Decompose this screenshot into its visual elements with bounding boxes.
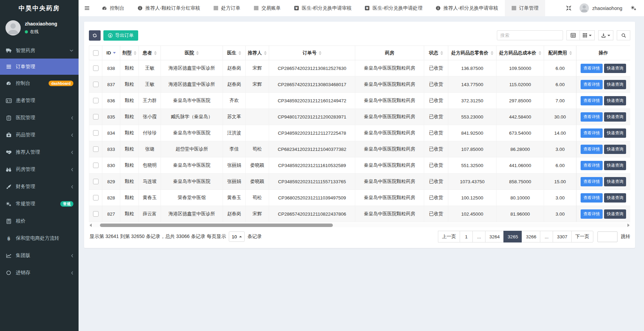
cell-patient: 王敏: [139, 60, 161, 76]
cell-dosage: 颗粒: [120, 141, 139, 157]
cell-status: 已收货: [424, 206, 448, 222]
select-all-checkbox[interactable]: [93, 50, 99, 56]
page-size-dropdown[interactable]: 10: [229, 231, 245, 242]
page-button[interactable]: 1: [460, 231, 473, 242]
sidebar-item[interactable]: 医院管理: [0, 109, 79, 126]
col-header-hospital[interactable]: 医院: [161, 46, 223, 60]
express-query-button[interactable]: 快递查询: [604, 128, 626, 138]
sidebar-item[interactable]: 进销存: [0, 264, 79, 281]
view-details-button[interactable]: 查看详情: [581, 209, 603, 219]
express-query-button[interactable]: 快递查询: [604, 96, 626, 105]
nav-tab[interactable]: 交易账单: [247, 0, 287, 16]
export-orders-button[interactable]: 导出订单: [103, 30, 138, 41]
paging-toggle-button[interactable]: [566, 30, 580, 40]
refresh-button[interactable]: [89, 30, 101, 41]
nav-tab[interactable]: ¥ 医生-积分兑换申请审核: [287, 0, 358, 16]
page-button[interactable]: ...: [540, 231, 553, 242]
sidebar-item-smart-pharmacy[interactable]: 智慧药房: [0, 42, 79, 59]
sidebar-badge: 常规: [60, 201, 73, 207]
row-checkbox[interactable]: [93, 98, 99, 103]
col-header-retail-price[interactable]: 处方药品总零售价: [448, 46, 497, 60]
view-details-button[interactable]: 查看详情: [581, 145, 603, 154]
col-header-status[interactable]: 状态: [424, 46, 448, 60]
col-header-cost-price[interactable]: 处方药品总成本价: [497, 46, 544, 60]
cell-doctor: 齐欢: [223, 93, 246, 109]
gear-icon[interactable]: [631, 6, 636, 11]
sidebar-item[interactable]: 药房管理: [0, 161, 79, 178]
express-query-button[interactable]: 快递查询: [604, 209, 626, 219]
avatar[interactable]: [6, 20, 21, 35]
cell-retail-price: 107.85000: [448, 141, 497, 157]
sidebar-item[interactable]: 集团版: [0, 247, 79, 264]
sidebar-item[interactable]: 推荐人管理: [0, 144, 79, 161]
nav-tab[interactable]: ¥ 医生-积分兑换申请处理: [358, 0, 429, 16]
nav-tab[interactable]: 控制台: [95, 0, 131, 16]
view-details-button[interactable]: 查看详情: [581, 161, 603, 170]
sidebar-item[interactable]: B 保和堂电商处方流转: [0, 230, 79, 247]
col-header-doctor[interactable]: 医生: [223, 46, 246, 60]
sidebar-item[interactable]: 常规管理 常规: [0, 195, 79, 213]
col-header-patient[interactable]: 患者: [139, 46, 161, 60]
col-header-referrer[interactable]: 推荐人: [246, 46, 269, 60]
sidebar-item[interactable]: 财务管理: [0, 178, 79, 195]
view-details-button[interactable]: 查看详情: [581, 112, 603, 122]
express-query-button[interactable]: 快递查询: [604, 193, 626, 203]
user-menu[interactable]: zhaoxiaohong: [580, 3, 622, 13]
page-button[interactable]: 3265: [503, 231, 522, 242]
export-dropdown-button[interactable]: [598, 30, 613, 40]
express-query-button[interactable]: 快递查询: [604, 80, 626, 89]
page-button[interactable]: 下一页: [571, 231, 594, 242]
sidebar-item[interactable]: 药品管理: [0, 126, 79, 144]
search-toggle-button[interactable]: [617, 30, 630, 40]
scroll-left-arrow[interactable]: [90, 224, 92, 227]
nav-tab[interactable]: 推荐人-颗粒订单分红审核: [131, 0, 207, 16]
row-checkbox[interactable]: [93, 82, 99, 87]
express-query-button[interactable]: 快递查询: [604, 177, 626, 186]
row-checkbox[interactable]: [93, 114, 99, 120]
row-checkbox[interactable]: [93, 130, 99, 136]
chevron-down-icon: [70, 49, 73, 52]
view-details-button[interactable]: 查看详情: [581, 193, 603, 203]
express-query-button[interactable]: 快递查询: [604, 112, 626, 122]
scroll-right-arrow[interactable]: [627, 224, 630, 227]
nav-tab[interactable]: 推荐人-积分兑换申请审核: [429, 0, 505, 16]
table-row: 828 颗粒 黄春玉 荣春堂中医馆 黄春玉 荀松 CP3680252023121…: [89, 190, 630, 206]
view-details-button[interactable]: 查看详情: [581, 64, 603, 73]
express-query-button[interactable]: 快递查询: [604, 64, 626, 73]
express-query-button[interactable]: 快递查询: [604, 145, 626, 154]
row-checkbox[interactable]: [93, 146, 99, 152]
fullscreen-icon[interactable]: [566, 6, 571, 11]
col-header-dispense-fee[interactable]: 配药费用: [544, 46, 576, 60]
jump-page-input[interactable]: [597, 231, 617, 242]
col-header-dosage[interactable]: 剂型: [120, 46, 139, 60]
sidebar-item[interactable]: 患者管理: [0, 92, 79, 109]
page-button[interactable]: ...: [472, 231, 485, 242]
view-details-button[interactable]: 查看详情: [581, 177, 603, 186]
scrollbar-thumb[interactable]: [100, 224, 333, 227]
view-details-button[interactable]: 查看详情: [581, 128, 603, 138]
sidebar-toggle-button[interactable]: [79, 0, 95, 16]
row-checkbox[interactable]: [93, 65, 99, 71]
view-details-button[interactable]: 查看详情: [581, 96, 603, 105]
sidebar-item[interactable]: 控制台 dashboard: [0, 75, 79, 92]
col-header-order-no[interactable]: 订单号: [269, 46, 355, 60]
sidebar-item[interactable]: 核价: [0, 213, 79, 230]
row-checkbox[interactable]: [93, 195, 99, 200]
columns-dropdown-button[interactable]: [580, 30, 595, 40]
page-button[interactable]: 3307: [553, 231, 571, 242]
page-button[interactable]: 上一页: [438, 231, 460, 242]
jump-button[interactable]: 跳转: [621, 234, 630, 240]
page-button[interactable]: 3266: [522, 231, 540, 242]
row-checkbox[interactable]: [93, 211, 99, 217]
sidebar-item-order-management[interactable]: 订单管理: [0, 59, 79, 75]
nav-tab[interactable]: 订单管理: [505, 0, 545, 16]
nav-tab[interactable]: 处方订单: [207, 0, 247, 16]
col-header-id[interactable]: ID: [102, 46, 120, 60]
page-button[interactable]: 3264: [485, 231, 504, 242]
col-header-pharmacy[interactable]: 药房: [355, 46, 424, 60]
row-checkbox[interactable]: [93, 179, 99, 184]
search-input[interactable]: [497, 30, 563, 40]
view-details-button[interactable]: 查看详情: [581, 80, 603, 89]
row-checkbox[interactable]: [93, 163, 99, 168]
express-query-button[interactable]: 快递查询: [604, 161, 626, 170]
